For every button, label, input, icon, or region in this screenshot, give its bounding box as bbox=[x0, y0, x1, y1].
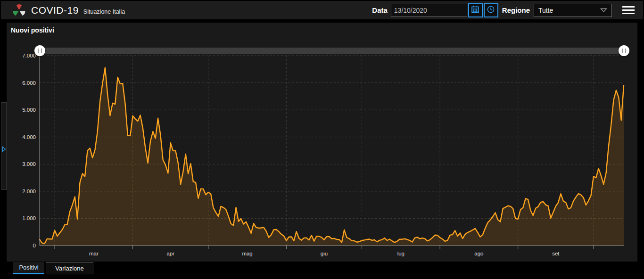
app-subtitle: Situazione Italia bbox=[83, 8, 125, 15]
svg-text:1.000: 1.000 bbox=[22, 215, 36, 221]
chevron-right-icon bbox=[2, 146, 6, 154]
svg-text:apr: apr bbox=[166, 251, 174, 256]
calendar-button[interactable] bbox=[468, 3, 483, 17]
protezione-civile-logo-icon bbox=[13, 4, 25, 17]
app-title-group: COVID-19 Situazione Italia bbox=[31, 5, 125, 16]
region-select[interactable]: Tutte bbox=[534, 4, 612, 17]
clock-icon bbox=[487, 5, 495, 15]
hamburger-icon bbox=[622, 6, 635, 8]
tab-variazione[interactable]: Variazione bbox=[46, 262, 93, 274]
svg-text:4.000: 4.000 bbox=[22, 134, 36, 140]
svg-text:lug: lug bbox=[397, 251, 405, 256]
range-slider-handle-left[interactable] bbox=[34, 45, 45, 56]
svg-text:0: 0 bbox=[33, 243, 36, 248]
menu-button[interactable] bbox=[621, 2, 636, 18]
svg-text:mag: mag bbox=[242, 251, 252, 256]
view-tabs: Positivi Variazione bbox=[13, 262, 93, 274]
svg-text:giu: giu bbox=[321, 251, 328, 256]
svg-text:ago: ago bbox=[474, 251, 483, 256]
calendar-icon bbox=[471, 5, 479, 15]
chevron-down-icon bbox=[600, 7, 607, 14]
region-label: Regione bbox=[502, 6, 530, 14]
svg-text:7.000: 7.000 bbox=[22, 53, 36, 58]
region-select-value: Tutte bbox=[538, 7, 553, 14]
svg-text:5.000: 5.000 bbox=[22, 107, 36, 113]
svg-text:6.000: 6.000 bbox=[22, 80, 36, 86]
app-title: COVID-19 bbox=[31, 5, 79, 16]
date-label: Data bbox=[372, 6, 388, 14]
new-positives-area-chart: 01.0002.0003.0004.0005.0006.0007.000mara… bbox=[7, 23, 637, 262]
sidebar-expand-handle[interactable] bbox=[1, 102, 7, 190]
range-slider-handle-right[interactable] bbox=[619, 45, 629, 56]
tab-positivi[interactable]: Positivi bbox=[13, 262, 44, 274]
svg-text:2.000: 2.000 bbox=[22, 189, 36, 194]
svg-text:set: set bbox=[552, 251, 560, 256]
app-window: COVID-19 Situazione Italia Data bbox=[0, 0, 644, 279]
svg-text:mar: mar bbox=[89, 251, 99, 256]
range-slider-track[interactable] bbox=[40, 48, 625, 54]
chart-panel: Nuovi positivi 01.0002.0003.0004.0005.00… bbox=[7, 23, 637, 262]
date-input[interactable] bbox=[391, 4, 467, 17]
svg-text:3.000: 3.000 bbox=[22, 161, 36, 167]
time-button[interactable] bbox=[484, 3, 498, 17]
app-header: COVID-19 Situazione Italia Data bbox=[1, 1, 643, 19]
